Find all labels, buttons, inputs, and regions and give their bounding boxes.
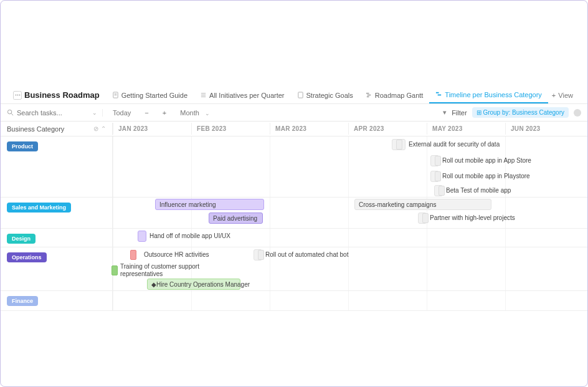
task-bar[interactable]: Training of customer support representat… [108,265,116,276]
board-title-tab[interactable]: ⋯ Business Roadmap [7,87,106,103]
svg-rect-10 [436,92,439,93]
category-pill[interactable]: Finance [7,296,38,306]
filter-icon: ▾ [443,108,447,117]
filter-button[interactable]: Filter [452,109,467,117]
category-pill[interactable]: Sales and Marketing [7,203,71,213]
task-bar[interactable]: Beta Test of mobile app [434,185,443,196]
task-bar[interactable]: Paid advertising [209,213,263,224]
drag-handle-icon[interactable] [422,213,429,223]
board-title: Business Roadmap [24,90,100,100]
collapse-icon[interactable]: ⌃ [101,125,106,132]
timeline-grid: Business Category ⊘⌃ JAN 2023 FEB 2023 M… [1,122,587,311]
month-col: JUN 2023 [505,123,584,135]
tab-getting-started[interactable]: Getting Started Guide [106,88,194,103]
category-row-finance: Finance [1,291,587,311]
sidebar-header: Business Category ⊘⌃ [1,123,113,135]
toolbar: ⌄ Today − + Month ⌄ ▾ Filter ⊞ Group by:… [1,104,587,122]
search-input[interactable] [17,109,85,117]
zoom-out-button[interactable]: − [141,108,152,118]
board-icon: ⋯ [13,91,22,100]
task-bar[interactable]: Hand off of mobile app UI/UX [138,231,146,242]
svg-line-13 [11,113,13,115]
hide-icon[interactable]: ⊘ [93,125,98,132]
timescale-select[interactable]: Month ⌄ [176,108,214,118]
task-bar[interactable]: Cross-marketing campaigns [354,199,491,210]
task-bar[interactable]: Influencer marketing [155,199,264,210]
chevron-down-icon: ⌄ [205,110,210,117]
timeline-header: Business Category ⊘⌃ JAN 2023 FEB 2023 M… [1,122,587,136]
svg-rect-6 [298,92,302,98]
category-pill[interactable]: Design [7,234,36,244]
doc-icon [112,92,119,98]
category-row-design: Design Hand off of mobile app UI/UX [1,229,587,247]
svg-rect-11 [438,95,442,96]
task-bar[interactable]: Roll out mobile app in Playstore [430,171,439,182]
drag-handle-icon[interactable] [439,186,445,196]
chevron-down-icon[interactable]: ⌄ [92,110,97,116]
tab-strategic[interactable]: Strategic Goals [291,88,359,103]
task-bar[interactable]: ◆ Hire Country Operations Manager [147,279,240,290]
task-bar[interactable]: Outsource HR activities [126,249,140,260]
today-button[interactable]: Today [109,108,135,118]
month-col: MAR 2023 [270,123,348,135]
category-row-product: Product External audit for security of d… [1,136,587,198]
drag-handle-icon[interactable] [435,156,441,166]
doc-icon [297,92,304,98]
drag-handle-icon[interactable] [111,265,118,275]
tab-timeline[interactable]: Timeline per Business Category [429,87,548,103]
search-box[interactable]: ⌄ [7,109,103,117]
drag-handle-icon[interactable] [130,250,136,260]
drag-handle-icon[interactable] [396,140,402,150]
category-pill[interactable]: Operations [7,252,47,262]
drag-handle-icon[interactable] [435,171,441,181]
month-col: APR 2023 [348,123,427,135]
category-row-operations: Operations Outsource HR activities Roll … [1,247,587,291]
gantt-icon [366,92,372,98]
task-bar[interactable]: Partner with high-level projects [418,213,427,224]
category-pill[interactable]: Product [7,141,38,151]
view-tabs: ⋯ Business Roadmap Getting Started Guide… [1,82,587,104]
category-row-sales: Sales and Marketing Influencer marketing… [1,198,587,229]
svg-rect-9 [367,96,369,97]
zoom-in-button[interactable]: + [159,108,170,118]
groupby-button[interactable]: ⊞ Group by: Business Category [472,107,569,118]
task-bar[interactable]: External audit for security of data [392,139,405,150]
month-col: FEB 2023 [191,123,270,135]
svg-rect-7 [366,93,369,94]
task-bar[interactable]: Roll out mobile app in App Store [430,155,439,166]
svg-rect-8 [367,95,371,96]
month-col: MAY 2023 [427,123,505,135]
search-icon [7,109,14,116]
month-col: JAN 2023 [113,123,191,135]
timeline-icon [435,91,442,98]
add-view-button[interactable]: + View [552,92,573,99]
list-icon [200,92,207,98]
tab-initiatives[interactable]: All Initiatives per Quarter [194,88,290,103]
task-bar[interactable]: Roll out of automated chat bot [254,249,262,260]
svg-point-12 [7,110,11,113]
tab-gantt[interactable]: Roadmap Gantt [359,88,430,103]
drag-handle-icon[interactable] [258,250,264,260]
user-icon[interactable] [574,109,581,117]
plus-icon: + [552,92,556,99]
